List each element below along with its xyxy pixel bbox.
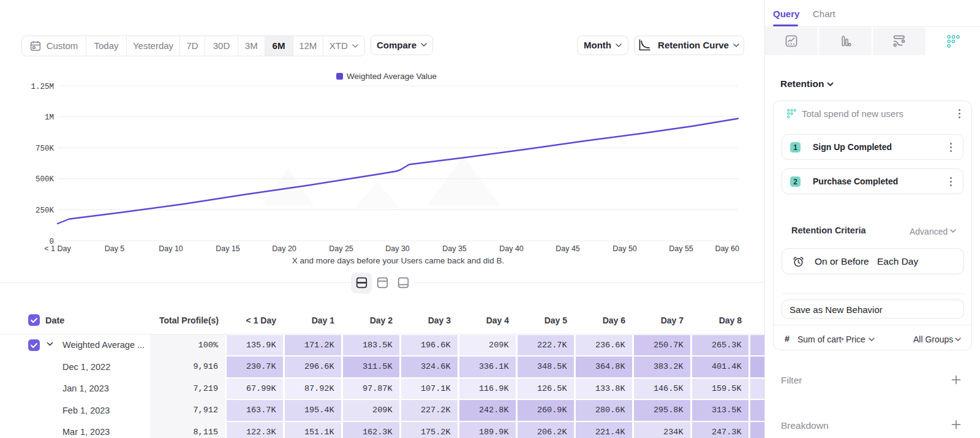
svg-text:Day 5: Day 5	[105, 244, 125, 253]
svg-text:1.25M: 1.25M	[31, 83, 54, 91]
svg-text:< 1 Day: < 1 Day	[44, 244, 71, 253]
svg-text:Day 30: Day 30	[385, 244, 410, 253]
svg-text:Day 25: Day 25	[329, 244, 353, 253]
svg-text:250K: 250K	[36, 206, 55, 215]
svg-text:500K: 500K	[36, 175, 55, 184]
svg-text:Day 40: Day 40	[499, 244, 524, 253]
svg-text:Day 20: Day 20	[272, 244, 296, 253]
svg-text:1M: 1M	[45, 113, 54, 122]
svg-text:Day 60: Day 60	[715, 244, 739, 253]
svg-text:Day 45: Day 45	[556, 244, 580, 253]
svg-text:Day 55: Day 55	[669, 244, 693, 253]
svg-text:Day 35: Day 35	[442, 244, 467, 253]
svg-text:Day 10: Day 10	[159, 244, 183, 253]
svg-text:750K: 750K	[36, 145, 55, 153]
svg-text:Day 50: Day 50	[612, 244, 637, 253]
svg-text:Day 15: Day 15	[216, 244, 240, 253]
